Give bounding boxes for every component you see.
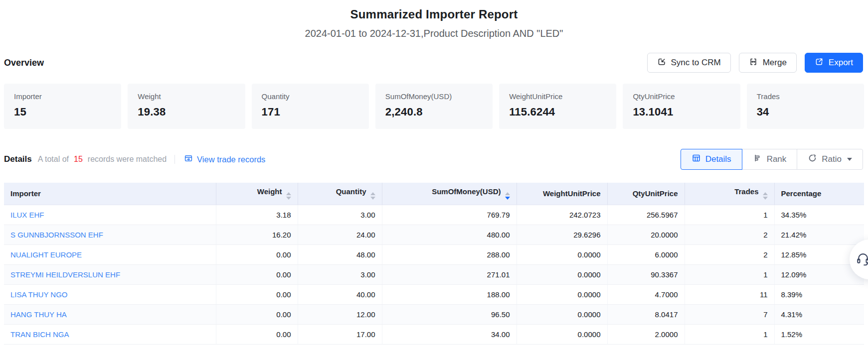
table-row: LISA THUY NGO 0.00 40.00 188.00 0.0000 4… [4,284,864,304]
card-qty-unit-price: QtyUnitPrice 13.1041 [623,84,740,129]
td-percentage: 21.42% [774,225,864,244]
td-sum-of-money: 288.00 [382,244,517,264]
column-label: Quantity [336,187,366,196]
td-weight: 0.00 [216,304,298,324]
rank-bars-icon [753,153,762,165]
td-importer: TRAN BICH NGA [4,324,216,344]
table-row: TRAN BICH NGA 0.00 17.00 34.00 0.0000 2.… [4,324,864,344]
view-trade-records-link[interactable]: View trade records [184,154,265,165]
card-value: 2,240.8 [385,106,483,119]
sync-to-crm-button[interactable]: Sync to CRM [647,53,731,73]
column-header-weight[interactable]: Weight [216,183,298,205]
sync-icon [657,57,666,69]
td-weight-unit-price: 0.0000 [517,244,607,264]
trade-records-icon [184,154,193,165]
importer-link[interactable]: NUALIGHT EUROPE [10,250,82,259]
td-weight-unit-price: 29.6296 [517,225,607,244]
column-header-weight-unit-price: WeightUnitPrice [517,183,607,205]
sort-control-weight[interactable] [286,192,291,200]
card-weight-unit-price: WeightUnitPrice 115.6244 [499,84,616,129]
td-trades: 11 [685,284,774,304]
card-weight: Weight 19.38 [128,84,245,129]
overview-section-title: Overview [4,58,44,68]
td-weight: 16.20 [216,225,298,244]
sync-button-label: Sync to CRM [671,58,721,68]
td-trades: 1 [685,324,774,344]
card-value: 171 [262,106,359,119]
td-qty-unit-price: 4.7000 [607,284,685,304]
card-label: Quantity [262,92,359,101]
details-table-wrap: Importer Weight Quantity SumOfMoney(USD)… [4,183,864,345]
importer-link[interactable]: HANG THUY HA [10,310,67,319]
card-value: 115.6244 [509,106,606,119]
card-value: 13.1041 [633,106,730,119]
td-qty-unit-price: 20.0000 [607,225,685,244]
td-sum-of-money: 271.01 [382,264,517,284]
importer-link[interactable]: STREYMI HEILDVERSLUN EHF [10,270,120,279]
td-qty-unit-price: 6.0000 [607,244,685,264]
export-icon [815,57,824,69]
td-importer: NUALIGHT EUROPE [4,244,216,264]
tab-rank[interactable]: Rank [742,149,798,170]
td-weight-unit-price: 0.0000 [517,324,607,344]
importer-link[interactable]: ILUX EHF [10,211,44,219]
td-sum-of-money: 769.79 [382,205,517,225]
td-weight-unit-price: 0.0000 [517,304,607,324]
table-row: S GUNNBJORNSSON EHF 16.20 24.00 480.00 2… [4,225,864,244]
card-label: Trades [757,92,854,101]
headset-icon [856,251,868,268]
importer-link[interactable]: LISA THUY NGO [10,290,68,299]
card-label: WeightUnitPrice [509,92,606,101]
td-weight-unit-price: 242.0723 [517,205,607,225]
sort-control-sum-of-money[interactable] [505,192,510,200]
td-importer: LISA THUY NGO [4,284,216,304]
overview-toolbar: Overview Sync to CRM Merge Export [4,53,863,73]
td-sum-of-money: 480.00 [382,225,517,244]
column-label: Percentage [781,189,822,198]
column-header-trades[interactable]: Trades [685,183,774,205]
tab-details[interactable]: Details [681,149,742,170]
column-label: QtyUnitPrice [633,189,678,198]
card-label: Importer [14,92,111,101]
td-weight: 3.18 [216,205,298,225]
export-button-label: Export [829,58,853,68]
view-trade-records-label: View trade records [197,155,265,164]
tab-ratio[interactable]: Ratio [797,149,863,170]
export-button[interactable]: Export [805,53,863,73]
td-quantity: 48.00 [298,244,382,264]
column-header-importer: Importer [4,183,216,205]
column-label: Weight [257,187,282,196]
records-matched-prefix: A total of [38,155,69,164]
td-trades: 1 [685,264,774,284]
overview-cards: Importer 15 Weight 19.38 Quantity 171 Su… [4,84,864,129]
merge-icon [749,57,758,69]
card-importer: Importer 15 [4,84,121,129]
column-header-percentage: Percentage [774,183,864,205]
td-weight: 0.00 [216,244,298,264]
chevron-down-icon [847,158,852,161]
td-weight-unit-price: 0.0000 [517,264,607,284]
details-summary: Details A total of 15 records were match… [4,154,265,165]
sort-control-trades[interactable] [763,192,768,200]
td-qty-unit-price: 90.3367 [607,264,685,284]
page-title: Summarized Importer Report [0,7,868,21]
report-header: Summarized Importer Report 2024-01-01 to… [0,0,868,39]
td-trades: 2 [685,225,774,244]
table-header-row: Importer Weight Quantity SumOfMoney(USD)… [4,183,864,205]
toolbar-buttons: Sync to CRM Merge Export [647,53,863,73]
td-weight: 0.00 [216,324,298,344]
column-header-sum-of-money[interactable]: SumOfMoney(USD) [382,183,517,205]
sort-control-quantity[interactable] [370,192,375,200]
importer-link[interactable]: TRAN BICH NGA [10,330,69,339]
td-quantity: 40.00 [298,284,382,304]
report-subtitle: 2024-01-01 to 2024-12-31,Product Descrip… [0,28,868,39]
card-quantity: Quantity 171 [252,84,369,129]
td-quantity: 3.00 [298,264,382,284]
importer-link[interactable]: S GUNNBJORNSSON EHF [10,231,103,239]
card-label: QtyUnitPrice [633,92,730,101]
tab-ratio-label: Ratio [822,154,842,164]
view-toggle-group: Details Rank Ratio [681,149,863,170]
td-trades: 1 [685,205,774,225]
column-header-quantity[interactable]: Quantity [298,183,382,205]
merge-button[interactable]: Merge [739,53,797,73]
